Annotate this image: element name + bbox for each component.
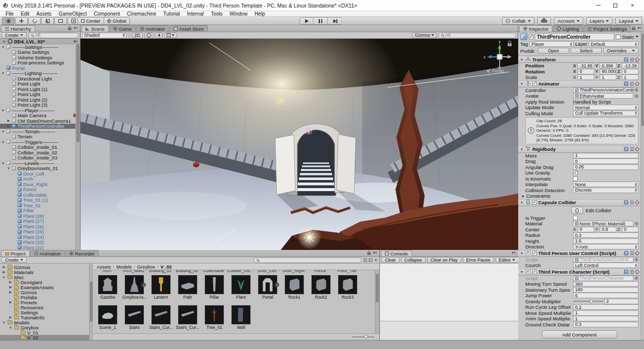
hierarchy-item-collider-inside-01[interactable]: Collider_Inside_01 (0, 145, 80, 150)
axis-z-field[interactable]: -13.39 (622, 63, 638, 68)
value-dropdown[interactable]: Normal (573, 105, 638, 110)
object-picker-icon[interactable] (634, 94, 638, 98)
foldout-icon[interactable]: ▼ (2, 40, 6, 43)
asset-tree-01[interactable]: Tree_01 (204, 305, 224, 330)
light-flare-gizmo[interactable] (297, 225, 321, 249)
asset-gazebo[interactable]: Gazebo (98, 275, 118, 300)
hierarchy-item-directional-light[interactable]: Directional Light (0, 76, 80, 81)
value-checkbox[interactable] (573, 170, 578, 175)
help-icon[interactable]: ? (624, 200, 628, 205)
add-component-button[interactable]: Add Component (542, 330, 617, 338)
component-header-capsule-collider[interactable]: ▼Capsule Collider? (518, 199, 640, 206)
asset-rock1[interactable]: Rock1 (284, 275, 304, 300)
tab-inspector[interactable]: Inspector (519, 25, 552, 32)
close-button[interactable]: × (624, 0, 641, 11)
prefab-select-button[interactable]: Select (571, 48, 602, 54)
foldout-icon[interactable]: ▶ (7, 119, 11, 123)
hierarchy-item-arch[interactable]: Arch› (0, 177, 80, 182)
axis-x-field[interactable]: 0 (578, 227, 594, 232)
foldout-icon[interactable]: ▼ (520, 270, 524, 274)
help-icon[interactable]: ? (624, 270, 628, 274)
help-icon[interactable]: ? (624, 251, 628, 255)
layers-button[interactable]: Layers (586, 17, 613, 25)
asset-scene-1[interactable]: Scene_1 (98, 305, 118, 330)
value-dropdown[interactable]: None (573, 182, 638, 187)
scale-tool[interactable] (41, 17, 54, 25)
value-dropdown[interactable]: Y-Axis (573, 244, 638, 249)
hierarchy-item-point-light[interactable]: Point Light (0, 81, 80, 87)
folder-materials[interactable]: ▶Materials (0, 270, 93, 275)
static-checkbox[interactable] (616, 35, 620, 39)
folder-v-02[interactable]: V_02 (0, 335, 93, 340)
foldout-icon[interactable]: ▼ (1, 161, 5, 165)
tab-console[interactable]: Console (381, 250, 412, 256)
breadcrumb-assets[interactable]: Assets (97, 264, 111, 270)
hierarchy-item-fence[interactable]: Fence› (0, 187, 80, 193)
hierarchy-item-levels[interactable]: ▼--------Levels---------- (0, 160, 80, 166)
menu-help[interactable]: Help (251, 11, 269, 17)
console-clear-on-play-button[interactable]: Clear on Play (427, 257, 461, 263)
value-field[interactable]: 6 (573, 293, 638, 298)
tab-asset-store[interactable]: Asset Store (170, 25, 208, 32)
inspector-scrollbar[interactable] (640, 32, 644, 340)
gear-icon[interactable] (635, 58, 639, 61)
value-field[interactable]: 0 (573, 158, 638, 164)
persp-label[interactable]: Persp (492, 68, 504, 73)
gear-icon[interactable] (635, 147, 639, 151)
value-slider[interactable] (573, 299, 603, 304)
minimize-button[interactable] (590, 0, 607, 11)
gear-icon[interactable] (635, 251, 639, 255)
gear-icon[interactable] (635, 201, 639, 204)
tag-dropdown[interactable]: Player (529, 41, 574, 47)
maximize-button[interactable] (607, 0, 624, 11)
component-header-animator[interactable]: ▼Animator? (518, 80, 640, 88)
hierarchy-item-cm-statedrivencamera1[interactable]: ▶CM StateDrivenCamera1 (0, 118, 80, 124)
foldout-icon[interactable]: ▼ (2, 321, 6, 324)
menu-tools[interactable]: Tools (207, 11, 226, 17)
edit-collider-button[interactable] (571, 207, 583, 214)
folder-v-01[interactable]: V_01 (0, 330, 93, 335)
cloud-button[interactable] (537, 17, 551, 25)
folder-gizmos[interactable]: ▶Gizmos (0, 290, 93, 295)
asset-rock2[interactable]: Rock2 (311, 275, 331, 300)
project-create-button[interactable]: Create (2, 257, 27, 263)
foldout-icon[interactable]: ▶ (2, 265, 6, 269)
foldout-icon[interactable]: ▶ (7, 124, 11, 128)
value-field[interactable]: 1.6 (573, 238, 638, 244)
tab-animation[interactable]: Animation (30, 250, 65, 256)
hierarchy-item-triggers[interactable]: ▼--------Triggers---------- (0, 139, 80, 145)
presets-icon[interactable] (630, 58, 634, 61)
component-header-transform[interactable]: ▼Transform? (518, 56, 640, 63)
component-header-third-person-user-control-script[interactable]: ▼Third Person User Control (Script)? (518, 250, 640, 257)
lock-icon[interactable] (68, 28, 71, 30)
console-error-pause-button[interactable]: Error Pause (463, 257, 494, 263)
hierarchy-item-game-settings[interactable]: Game Settings (0, 50, 80, 55)
value-field[interactable]: 0.3 (573, 322, 638, 327)
folder-gizmos[interactable]: ▶Gizmos (0, 265, 93, 270)
asset-greyboxas[interactable]: GreyboxAs... (124, 275, 144, 300)
value-checkbox[interactable] (573, 177, 578, 181)
breadcrumb-models[interactable]: Models (116, 264, 132, 270)
object-picker-icon[interactable] (634, 222, 638, 226)
layout-button[interactable]: Layout (615, 17, 642, 25)
prefab-open-button[interactable]: Open (538, 48, 569, 54)
folder-exampleassets[interactable]: ▶ExampleAssets (0, 285, 93, 290)
asset-wall[interactable]: Wall (231, 305, 251, 330)
lock-icon[interactable] (367, 252, 371, 255)
hierarchy-item-lighting[interactable]: ▼--------Lighting---------- (0, 71, 80, 76)
expand-badge-icon[interactable] (275, 283, 279, 287)
component-header-rigidbody[interactable]: ▼Rigidbody? (518, 146, 640, 153)
space-toggle-button[interactable]: Global (104, 17, 130, 25)
asset-portal[interactable]: Portal (258, 275, 278, 300)
menu-cinemachine[interactable]: Cinemachine (123, 11, 159, 17)
shading-mode-dropdown[interactable]: Shaded (82, 33, 126, 38)
foldout-icon[interactable]: ▼ (1, 71, 5, 75)
foldout-icon[interactable]: ▼ (2, 276, 6, 279)
scene-viewport[interactable]: y z Persp (80, 39, 518, 250)
axis-x-field[interactable]: 0 (578, 69, 594, 74)
asset-grid-scrollbar[interactable] (375, 270, 379, 333)
hierarchy-scrollbar[interactable] (75, 44, 80, 250)
folder-resources[interactable]: Resources (0, 305, 93, 310)
asset-pillar[interactable]: Pillar (204, 275, 224, 300)
breadcrumb-greybox[interactable]: Greybox (137, 264, 155, 270)
